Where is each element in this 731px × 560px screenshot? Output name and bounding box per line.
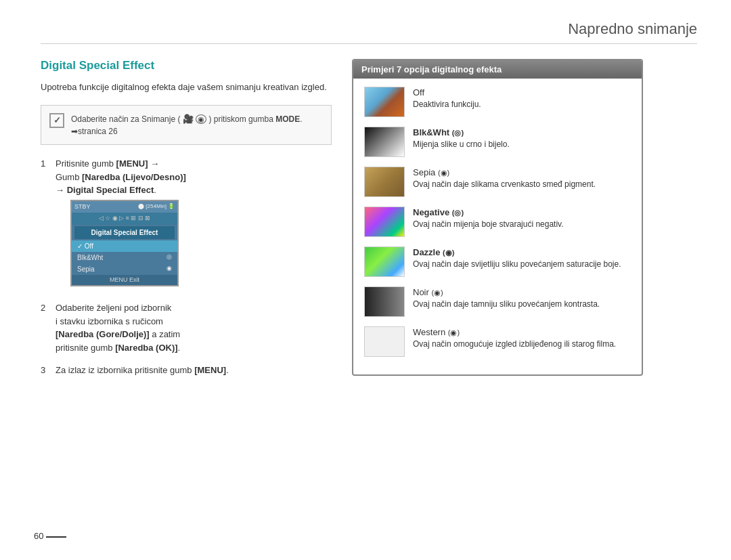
menu-item-bkwht: Blk&Wht ◎ [72,252,177,263]
thumb-western [364,326,405,357]
bkwht-icon: ◎ [167,253,172,262]
effect-bkwht: Blk&Wht (◎) Mijenja slike u crno i bijel… [364,127,631,157]
effect-off-name: Off [413,87,424,98]
left-column: Digital Special Effect Upotreba funkcije… [41,59,332,387]
effect-sepia-text: Sepia (◉) Ovaj način daje slikama crvenk… [413,167,631,190]
page-number: 60 [34,531,66,541]
effects-header: Primjeri 7 opcija digitalnog efekta [353,60,642,79]
effect-bkwht-desc: Mijenja slike u crno i bijelo. [413,139,510,149]
effect-bkwht-text: Blk&Wht (◎) Mijenja slike u crno i bijel… [413,127,631,150]
thumb-sepia [364,167,405,197]
bkwht-icon: (◎) [452,129,464,137]
effect-sepia: Sepia (◉) Ovaj način daje slikama crvenk… [364,167,631,197]
note-text: Odaberite način za Snimanje ( 🎥 ◉ ) prit… [71,112,302,138]
step-number-1: 1 [41,157,50,292]
effect-negative: Negative (◎) Ovaj način mijenja boje stv… [364,207,631,237]
effect-negative-text: Negative (◎) Ovaj način mijenja boje stv… [413,207,631,230]
effect-noir-text: Noir (◉) Ovaj način daje tamniju sliku p… [413,286,631,310]
effect-noir: Noir (◉) Ovaj način daje tamniju sliku p… [364,286,631,317]
camera-menu-icons: ◁ ☆ ◉ ▷ ≡ ⊞ ⊟ ⊠ [72,213,177,225]
thumb-off [364,87,405,117]
effect-off-desc: Deaktivira funkciju. [413,100,481,109]
steps-list: 1 Pritisnite gumb [MENU] → Gumb [Naredba… [41,157,332,377]
camera-icons: ⬤ [254Min] 🔋 [138,202,175,211]
effect-off: Off Deaktivira funkciju. [364,87,631,117]
thumb-noir [364,286,405,317]
effect-dazzle-text: Dazzle (◉) Ovaj način daje svijetliju sl… [413,246,631,270]
intro-text: Upotreba funkcije digitalnog efekta daje… [41,81,332,94]
step-2: 2 Odaberite željeni pod izbornik i stavk… [41,301,332,354]
effect-western-text: Western (◉) Ovaj način omogućuje izgled … [413,326,631,350]
thumb-bkwht [364,127,405,157]
menu-item-sepia: Sepia ◉ [72,263,177,275]
effects-content: Off Deaktivira funkciju. Blk&Wht (◎) Mij… [353,79,642,374]
step-number-3: 3 [41,364,50,377]
page-num-text: 60 [34,531,43,541]
page-container: Napredno snimanje Digital Special Effect… [0,0,731,560]
effect-western-desc: Ovaj način omogućuje izgled izblijeđenog… [413,339,616,349]
page-number-line [46,536,66,538]
noir-icon: (◉) [431,288,443,297]
step-number-2: 2 [41,301,50,354]
effect-western: Western (◉) Ovaj način omogućuje izgled … [364,326,631,357]
effect-off-text: Off Deaktivira funkciju. [413,87,631,110]
checkmark-icon: ✓ [49,113,64,128]
effect-dazzle-name: Dazzle (◉) [413,247,454,257]
western-icon: (◉) [448,328,460,337]
effect-negative-desc: Ovaj način mijenja boje stvarajući negat… [413,219,564,229]
negative-icon: (◎) [452,209,464,217]
note-box: ✓ Odaberite način za Snimanje ( 🎥 ◉ ) pr… [41,105,332,146]
effect-noir-name: Noir (◉) [413,287,443,297]
step-3: 3 Za izlaz iz izbornika pritisnite gumb … [41,364,332,377]
camera-top-bar: STBY ⬤ [254Min] 🔋 [72,201,177,213]
menu-title: Digital Special Effect [74,226,175,239]
dazzle-icon: (◉) [443,249,454,257]
effects-box: Primjeri 7 opcija digitalnog efekta Off … [352,59,643,376]
step-3-content: Za izlaz iz izbornika pritisnite gumb [M… [56,364,332,377]
sepia-icon: (◉) [438,169,449,177]
camera-screen: STBY ⬤ [254Min] 🔋 ◁ ☆ ◉ ▷ ≡ ⊞ ⊟ ⊠ Di [70,200,179,287]
thumb-negative [364,207,405,237]
effect-sepia-name: Sepia (◉) [413,167,449,177]
page-title: Napredno snimanje [41,20,697,44]
effect-negative-name: Negative (◎) [413,207,464,217]
effect-sepia-desc: Ovaj način daje slikama crvenkasto smeđ … [413,179,596,189]
effect-western-name: Western (◉) [413,327,460,337]
effect-bkwht-name: Blk&Wht (◎) [413,127,464,137]
content-area: Digital Special Effect Upotreba funkcije… [41,59,697,387]
section-title: Digital Special Effect [41,59,332,72]
camera-status: STBY [74,202,91,212]
camera-bottom-bar: MENU Exit [72,275,177,286]
step-2-content: Odaberite željeni pod izbornik i stavku … [56,301,332,354]
thumb-dazzle [364,246,405,277]
menu-item-off: ✓ Off [72,240,177,252]
effect-dazzle: Dazzle (◉) Ovaj način daje svijetliju sl… [364,246,631,277]
right-column: Primjeri 7 opcija digitalnog efekta Off … [352,59,643,387]
step-1-content: Pritisnite gumb [MENU] → Gumb [Naredba (… [56,157,332,292]
effect-dazzle-desc: Ovaj način daje svijetliju sliku povećan… [413,259,621,269]
sepia-icon: ◉ [167,264,172,274]
step-1: 1 Pritisnite gumb [MENU] → Gumb [Naredba… [41,157,332,292]
effect-noir-desc: Ovaj način daje tamniju sliku povećanjem… [413,299,600,309]
